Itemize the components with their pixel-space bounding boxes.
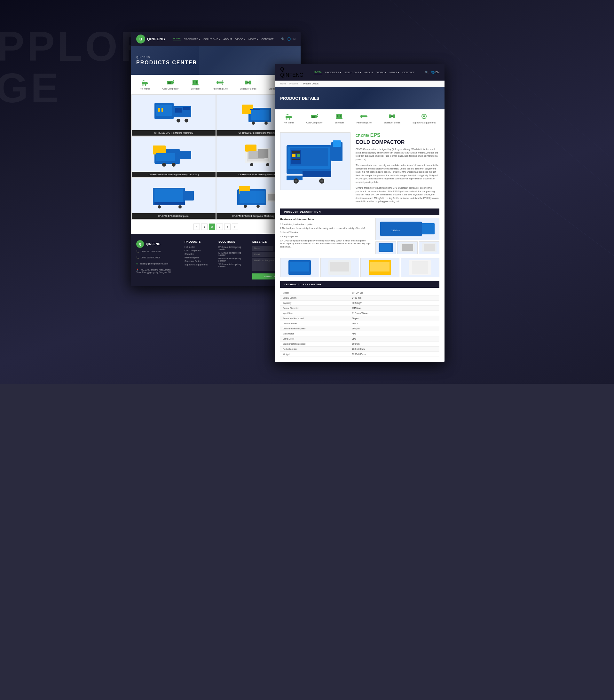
right-shredder-icon <box>335 113 344 120</box>
svg-rect-31 <box>175 108 181 113</box>
right-cat-squeezer[interactable]: Squeezer Series <box>384 113 400 124</box>
machine-diag-1 <box>375 241 396 254</box>
breadcrumb-sep-1: › <box>288 83 288 85</box>
nav-home[interactable]: HOME <box>173 37 181 41</box>
machine-diag-2 <box>397 241 418 254</box>
feature-4: 4.Easy to operate. <box>280 235 372 238</box>
page-btn-3[interactable]: 3 <box>216 224 223 230</box>
product-desc-section-header: PRODUCT DESCRIPTION <box>280 209 439 215</box>
right-cat-cold[interactable]: Cold Compactor <box>306 113 323 124</box>
param-name-model: Model <box>283 292 352 294</box>
right-search-icon[interactable]: 🔍 <box>425 71 428 74</box>
svg-point-89 <box>423 115 425 117</box>
footer-sol-4[interactable]: XPS material recycling solution <box>218 263 247 268</box>
footer-prod-2[interactable]: Cold Compactor <box>185 249 213 252</box>
cat-squeezer[interactable]: Squeezer Series <box>240 79 256 90</box>
svg-rect-111 <box>380 244 391 251</box>
product-card-5[interactable]: CF-CP50 EPS Cold Compactor <box>132 178 215 219</box>
footer-prod-5[interactable]: Squeezer Series <box>185 260 213 262</box>
right-supporting-icon <box>419 113 429 120</box>
features-area: Features of this machine: 1.Small size, … <box>280 218 439 254</box>
page-btn-2[interactable]: 2 <box>209 224 215 230</box>
param-name-drivemotor: Drive Motor <box>283 338 352 340</box>
right-nav-contact[interactable]: CONTACT <box>402 71 414 74</box>
footer-sol-1[interactable]: EPS material recycling solution <box>218 246 247 250</box>
footer-sol-3[interactable]: EPP material recycling solution <box>218 258 247 262</box>
param-value-crusherrotspeed: 100rpm <box>352 327 437 330</box>
svg-rect-14 <box>193 81 194 84</box>
prev-page-btn[interactable]: < <box>193 224 200 230</box>
right-nav-news[interactable]: NEWS ▾ <box>389 71 399 74</box>
footer-logo-text: QINFENG <box>146 242 161 246</box>
cat-pelletizing[interactable]: Pelletizing Line <box>213 79 228 90</box>
search-icon[interactable]: 🔍 <box>281 37 285 41</box>
cat-hot-melter[interactable]: Hot Melter <box>140 79 150 90</box>
nav-contact[interactable]: CONTACT <box>261 38 273 41</box>
param-value-inputsize: 612mm×500mm <box>352 312 437 314</box>
cat-shredder[interactable]: Shredder <box>191 79 200 90</box>
footer-prod-3[interactable]: Shredder <box>185 253 213 255</box>
breadcrumb-home[interactable]: Home <box>280 83 286 85</box>
svg-point-54 <box>266 163 269 166</box>
svg-rect-10 <box>173 82 174 84</box>
param-name-screwspeed: Screw rotation speed <box>283 317 352 320</box>
svg-point-61 <box>178 205 181 209</box>
nav-video[interactable]: VIDEO ▾ <box>235 38 245 41</box>
right-nav-products[interactable]: PRODUCTS ▾ <box>325 71 341 74</box>
right-cat-supporting[interactable]: Supporting Equipments <box>413 113 436 124</box>
nav-about[interactable]: ABOUT <box>223 38 232 41</box>
right-pelletizing-icon <box>359 113 369 120</box>
right-nav-about[interactable]: ABOUT <box>364 71 373 74</box>
feature-1: 1.Small size, low land occupation. <box>280 223 372 226</box>
right-nav-solutions[interactable]: SOLUTIONS ▾ <box>344 71 361 74</box>
svg-rect-117 <box>290 262 309 272</box>
nav-news[interactable]: NEWS ▾ <box>249 38 258 41</box>
right-cat-shredder[interactable]: Shredder <box>335 113 344 124</box>
page-btn-4[interactable]: 4 <box>224 224 230 230</box>
footer-contact-address: 📍 NO.338 Jiangzhu road,Jinting Town,Zhan… <box>136 268 179 273</box>
hero-subtitle: QINFENG <box>136 55 197 59</box>
right-globe-icon[interactable]: 🌐 EN <box>431 71 439 74</box>
shredder-icon <box>191 79 200 86</box>
footer-prod-4[interactable]: Pelletizing line <box>185 257 213 259</box>
right-cat-hot-melter[interactable]: Hot Melter <box>284 113 294 124</box>
param-value-screwdiam: Φ150mm <box>352 307 437 309</box>
svg-point-60 <box>158 205 161 209</box>
param-row-inputsize: Input Size 612mm×500mm <box>280 311 439 316</box>
right-nav-home[interactable]: HOME <box>314 70 322 74</box>
detail-content: CF-CP50 EPS COLD COMPACTOR CF-CP50 compa… <box>275 127 444 362</box>
nav-solutions[interactable]: SOLUTIONS ▾ <box>203 38 220 41</box>
tech-param-header: TECHNICAL PARAMETER <box>280 281 439 288</box>
squeezer-icon <box>243 79 253 86</box>
param-row-capacity: Capacity 40-50kg/h <box>280 301 439 306</box>
cat-cold-compactor-label: Cold Compactor <box>162 88 179 90</box>
name-input[interactable] <box>252 246 273 251</box>
footer-prod-6[interactable]: Supporting Equipments <box>185 263 213 266</box>
product-card-1[interactable]: CF-HM100 EPS Hot Melting Machinery <box>132 95 215 136</box>
svg-rect-48 <box>156 153 175 161</box>
cat-cold-compactor[interactable]: Cold Compactor <box>162 79 179 90</box>
globe-icon[interactable]: 🌐 EN <box>287 37 296 41</box>
next-page-btn[interactable]: > <box>232 224 238 230</box>
svg-rect-121 <box>370 262 389 272</box>
footer-prod-1[interactable]: Hot melter <box>185 246 213 248</box>
param-row-drivemotor: Drive Motor 2kw <box>280 336 439 341</box>
breadcrumb-products[interactable]: Products _ <box>289 83 300 85</box>
svg-point-22 <box>222 84 223 85</box>
footer-sol-2[interactable]: EPE material recycling solution <box>218 252 247 256</box>
right-cat-pelletizing[interactable]: Pelletizing Line <box>356 113 372 124</box>
nav-products[interactable]: PRODUCTS ▾ <box>184 38 200 41</box>
svg-rect-65 <box>268 194 276 200</box>
svg-rect-69 <box>286 116 291 118</box>
svg-point-66 <box>244 205 247 208</box>
svg-rect-97 <box>292 159 300 160</box>
svg-point-21 <box>222 80 223 82</box>
svg-rect-83 <box>362 115 366 117</box>
product-card-3[interactable]: CF-HM420 EPS Hot Melting Machinery 150-2… <box>132 137 215 177</box>
svg-point-67 <box>256 205 260 208</box>
svg-point-7 <box>142 85 143 86</box>
right-nav-video[interactable]: VIDEO ▾ <box>376 71 386 74</box>
pelletizing-icon <box>215 79 225 86</box>
gallery-item-3 <box>360 258 399 277</box>
page-btn-1[interactable]: 1 <box>201 224 208 230</box>
